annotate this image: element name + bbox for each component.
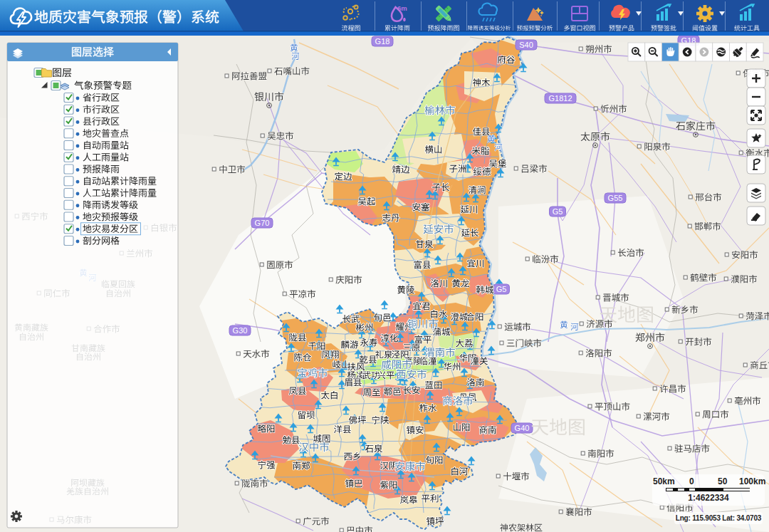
- svg-text:6m: 6m: [397, 4, 407, 12]
- svg-text:G30: G30: [233, 326, 248, 335]
- svg-text:G1812: G1812: [548, 94, 572, 103]
- svg-text:G55: G55: [608, 194, 623, 202]
- svg-text:G40: G40: [515, 424, 530, 432]
- svg-text:G18: G18: [375, 37, 390, 46]
- svg-text:S40: S40: [519, 41, 533, 49]
- svg-text:G5: G5: [553, 207, 563, 216]
- svg-text:G70: G70: [255, 219, 270, 227]
- svg-text:G5: G5: [496, 285, 507, 293]
